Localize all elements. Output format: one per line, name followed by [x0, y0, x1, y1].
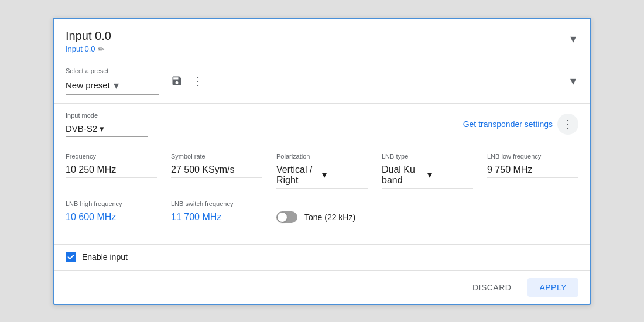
header-left: Input 0.0 Input 0.0 ✏ [66, 29, 111, 54]
preset-right: ▾ [568, 74, 578, 88]
lnb-low-freq-value[interactable]: 9 750 MHz [487, 162, 578, 178]
header-subtitle: Input 0.0 ✏ [66, 44, 111, 54]
checkmark-icon [67, 254, 74, 261]
lnb-type-dropdown-icon: ▾ [427, 169, 473, 180]
field-lnb-type: LNB type Dual Ku band ▾ [382, 153, 487, 189]
mode-field: Input mode DVB-S2 ▾ [66, 112, 148, 137]
preset-select[interactable]: New preset ▾ [66, 77, 159, 95]
enable-section: Enable input [54, 245, 590, 271]
preset-section: Select a preset New preset ▾ ⋮ ▾ [54, 60, 590, 104]
fields-section: Frequency 10 250 MHz Symbol rate 27 500 … [54, 143, 590, 245]
lnb-high-freq-label: LNB high frequency [66, 200, 157, 207]
preset-more-button[interactable]: ⋮ [189, 70, 207, 91]
mode-right: Get transponder settings ⋮ [463, 114, 578, 135]
field-frequency: Frequency 10 250 MHz [66, 153, 171, 189]
input-mode-label: Input mode [66, 112, 148, 119]
preset-dropdown-arrow-icon: ▾ [114, 79, 159, 92]
field-lnb-high-freq: LNB high frequency 10 600 MHz [66, 200, 171, 225]
lnb-type-label: LNB type [382, 153, 473, 160]
polarization-select[interactable]: Vertical / Right ▾ [276, 162, 368, 189]
preset-more-icon: ⋮ [192, 74, 204, 88]
mode-dropdown-arrow-icon: ▾ [100, 124, 104, 134]
discard-button[interactable]: DISCARD [463, 278, 521, 297]
preset-label: Select a preset [66, 67, 159, 74]
mode-row: Input mode DVB-S2 ▾ Get transponder sett… [66, 112, 578, 137]
symbol-rate-label: Symbol rate [171, 153, 262, 160]
apply-button[interactable]: APPLY [527, 278, 578, 297]
preset-select-wrapper: Select a preset New preset ▾ [66, 67, 159, 95]
frequency-label: Frequency [66, 153, 157, 160]
lnb-low-freq-label: LNB low frequency [487, 153, 578, 160]
save-icon [171, 75, 183, 87]
header-chevron-icon[interactable]: ▾ [568, 29, 578, 48]
lnb-type-value: Dual Ku band [382, 165, 427, 186]
field-lnb-low-freq: LNB low frequency 9 750 MHz [487, 153, 578, 189]
enable-input-label: Enable input [82, 252, 128, 262]
enable-input-checkbox[interactable] [66, 252, 76, 262]
lnb-switch-freq-label: LNB switch frequency [171, 200, 262, 207]
input-mode-more-icon: ⋮ [562, 117, 574, 131]
edit-icon[interactable]: ✏ [98, 44, 105, 54]
input-mode-more-button[interactable]: ⋮ [557, 114, 578, 135]
field-tone: Tone (22 kHz) [276, 202, 382, 223]
lnb-high-freq-value[interactable]: 10 600 MHz [66, 210, 157, 225]
actions-section: DISCARD APPLY [54, 271, 590, 304]
mode-select[interactable]: DVB-S2 ▾ [66, 121, 148, 137]
tone-toggle[interactable] [276, 211, 297, 223]
polarization-value: Vertical / Right [276, 165, 322, 186]
fields-row-2: LNB high frequency 10 600 MHz LNB switch… [66, 200, 578, 225]
field-symbol-rate: Symbol rate 27 500 KSym/s [171, 153, 276, 189]
main-card: Input 0.0 Input 0.0 ✏ ▾ Select a preset … [53, 18, 591, 305]
fields-row-1: Frequency 10 250 MHz Symbol rate 27 500 … [66, 153, 578, 189]
field-polarization: Polarization Vertical / Right ▾ [276, 153, 382, 189]
symbol-rate-value[interactable]: 27 500 KSym/s [171, 162, 262, 178]
polarization-dropdown-icon: ▾ [322, 169, 368, 180]
transponder-link[interactable]: Get transponder settings [463, 119, 553, 129]
card-header: Input 0.0 Input 0.0 ✏ ▾ [54, 19, 590, 60]
input-mode-section: Input mode DVB-S2 ▾ Get transponder sett… [54, 104, 590, 143]
field-lnb-switch-freq: LNB switch frequency 11 700 MHz [171, 200, 276, 225]
toggle-knob [278, 213, 287, 222]
frequency-value[interactable]: 10 250 MHz [66, 162, 157, 178]
polarization-label: Polarization [276, 153, 368, 160]
lnb-switch-freq-value[interactable]: 11 700 MHz [171, 210, 262, 225]
preset-chevron-icon[interactable]: ▾ [568, 72, 578, 90]
page-title: Input 0.0 [66, 29, 111, 43]
tone-label: Tone (22 kHz) [304, 213, 355, 222]
lnb-type-select[interactable]: Dual Ku band ▾ [382, 162, 473, 189]
preset-actions: ⋮ [167, 70, 207, 91]
save-preset-button[interactable] [167, 71, 186, 90]
